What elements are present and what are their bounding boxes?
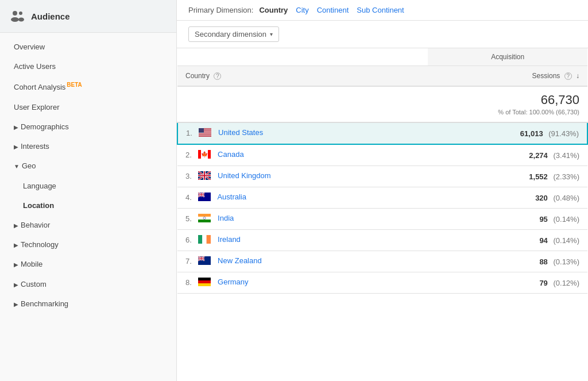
row-num: 2.	[185, 151, 192, 159]
sidebar-item-user-explorer[interactable]: User Explorer	[0, 98, 176, 117]
sidebar-title: Audience	[31, 11, 70, 21]
sidebar-nav: Overview Active Users Cohort AnalysisBET…	[0, 33, 176, 318]
sidebar-item-language[interactable]: Language	[0, 176, 176, 196]
svg-rect-55	[198, 259, 204, 259]
total-sessions-value: 66,730	[436, 93, 579, 107]
sessions-pct: (3.41%)	[553, 151, 579, 160]
dim-sub-continent[interactable]: Sub Continent	[357, 6, 404, 14]
arrow-icon: ▶	[14, 301, 18, 309]
sidebar-item-overview[interactable]: Overview	[0, 37, 176, 57]
row-num: 1.	[186, 129, 192, 137]
sidebar-item-benchmarking[interactable]: ▶Benchmarking	[0, 294, 176, 314]
country-cell: 6. Ireland	[177, 230, 428, 251]
country-cell: 5. India	[177, 209, 428, 230]
flag-icon	[199, 128, 211, 138]
sessions-pct: (0.14%)	[553, 215, 579, 224]
country-name[interactable]: Germany	[218, 278, 248, 287]
secondary-dim-button[interactable]: Secondary dimension ▾	[188, 26, 279, 42]
flag-icon	[198, 214, 211, 224]
sessions-pct: (0.13%)	[553, 257, 579, 266]
sessions-value: 1,552	[529, 172, 548, 181]
table-row: 2. 🍁 Canada 2,274 (3.41%)	[177, 144, 587, 166]
sessions-value: 95	[539, 215, 547, 224]
svg-rect-16	[199, 136, 211, 137]
total-pct-label: % of Total: 100.00% (66,730)	[498, 109, 579, 116]
country-name[interactable]: United Kingdom	[218, 172, 271, 180]
row-num: 5.	[185, 214, 192, 223]
svg-rect-15	[199, 136, 211, 136]
sidebar-item-behavior[interactable]: ▶Behavior	[0, 215, 176, 235]
sessions-cell: 1,552 (2.33%)	[428, 166, 587, 187]
row-num: 8.	[185, 278, 192, 287]
sessions-pct: (91.43%)	[548, 129, 579, 138]
th-country: Country ?	[177, 66, 428, 87]
flag-icon	[198, 171, 211, 182]
svg-rect-14	[199, 135, 211, 136]
arrow-icon: ▶	[14, 143, 18, 151]
sidebar-item-custom[interactable]: ▶Custom	[0, 275, 176, 294]
svg-rect-45	[203, 235, 207, 244]
row-num: 6.	[185, 236, 192, 244]
chevron-down-icon: ▾	[270, 31, 273, 37]
sessions-cell: 2,274 (3.41%)	[428, 144, 587, 166]
dim-country[interactable]: Country	[259, 6, 288, 14]
total-label-cell	[177, 86, 428, 122]
sessions-col-label: Sessions	[532, 72, 560, 80]
row-num: 7.	[185, 257, 192, 265]
acquisition-header-row: Acquisition	[177, 48, 587, 66]
sidebar-item-technology[interactable]: ▶Technology	[0, 235, 176, 255]
sessions-pct: (2.33%)	[553, 172, 579, 181]
svg-rect-12	[199, 134, 211, 134]
sidebar-item-demographics[interactable]: ▶Demographics	[0, 117, 176, 137]
svg-text:🍁: 🍁	[201, 151, 208, 158]
flag-icon	[198, 235, 211, 245]
flag-icon	[198, 256, 211, 267]
dim-continent[interactable]: Continent	[317, 6, 349, 14]
sessions-cell: 88 (0.13%)	[428, 251, 587, 272]
sidebar-item-interests[interactable]: ▶Interests	[0, 137, 176, 156]
data-table: Acquisition Country ? Sessions ? ↓	[177, 48, 588, 294]
country-cell: 2. 🍁 Canada	[177, 144, 428, 166]
sessions-help-icon[interactable]: ?	[564, 72, 572, 80]
country-name[interactable]: New Zealand	[218, 257, 262, 265]
country-help-icon[interactable]: ?	[214, 72, 221, 80]
sessions-cell: 94 (0.14%)	[428, 230, 587, 251]
country-name[interactable]: Ireland	[218, 236, 241, 244]
arrow-icon: ▶	[14, 261, 18, 269]
svg-rect-40	[198, 214, 211, 217]
arrow-icon: ▶	[14, 241, 18, 249]
sessions-cell: 95 (0.14%)	[428, 209, 587, 230]
arrow-icon: ▶	[14, 281, 18, 289]
table-row: 1. United States 61,013 (91.43%)	[177, 122, 587, 144]
sessions-cell: 320 (0.48%)	[428, 187, 587, 209]
column-header-row: Country ? Sessions ? ↓	[177, 66, 587, 87]
total-sessions-cell: 66,730 % of Total: 100.00% (66,730)	[428, 86, 587, 122]
secondary-dim-bar: Secondary dimension ▾	[177, 21, 588, 48]
country-name[interactable]: Australia	[217, 193, 246, 202]
audience-icon	[9, 8, 25, 24]
sessions-value: 79	[539, 279, 547, 287]
sessions-pct: (0.12%)	[553, 279, 579, 287]
svg-point-2	[11, 17, 19, 22]
svg-point-3	[18, 18, 24, 22]
sidebar-item-mobile[interactable]: ▶Mobile	[0, 255, 176, 274]
dim-city[interactable]: City	[296, 6, 308, 14]
sidebar-item-geo[interactable]: ▼Geo	[0, 156, 176, 176]
sidebar-item-cohort-analysis[interactable]: Cohort AnalysisBETA	[0, 76, 176, 98]
country-cell: 1. United States	[177, 122, 428, 144]
sessions-cell: 79 (0.12%)	[428, 272, 587, 294]
acquisition-group-header: Acquisition	[428, 48, 587, 66]
th-sessions[interactable]: Sessions ? ↓	[428, 66, 587, 87]
svg-rect-13	[199, 134, 211, 135]
row-num: 3.	[185, 172, 192, 180]
country-name[interactable]: United States	[218, 129, 263, 137]
country-col-label: Country	[185, 72, 210, 80]
sessions-cell: 61,013 (91.43%)	[428, 122, 587, 144]
sidebar-item-active-users[interactable]: Active Users	[0, 57, 176, 76]
sessions-pct: (0.48%)	[553, 194, 579, 202]
sessions-value: 320	[535, 194, 548, 202]
country-name[interactable]: India	[218, 214, 234, 223]
country-name[interactable]: Canada	[218, 151, 244, 159]
topbar: Primary Dimension: Country City Continen…	[177, 0, 588, 21]
sidebar-item-location[interactable]: Location	[0, 196, 176, 215]
